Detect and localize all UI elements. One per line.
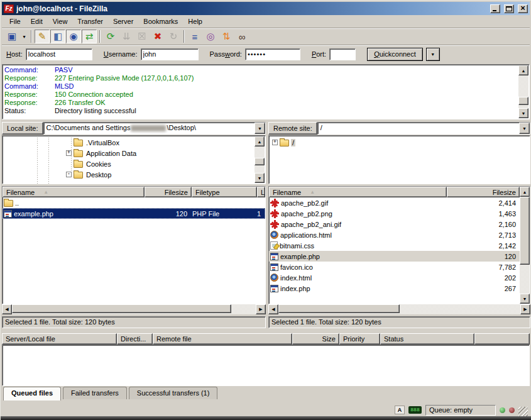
toolbar-button[interactable]: ▣ [4, 30, 19, 43]
tree-expander[interactable]: + [66, 150, 72, 156]
scrollbar-thumb[interactable] [12, 304, 231, 313]
toolbar-button[interactable]: ∞ [234, 30, 249, 43]
scroll-right-icon[interactable]: ▶ [520, 304, 530, 314]
toolbar-button[interactable]: ◎ [203, 30, 218, 43]
column-header-remote-file[interactable]: Remote file [153, 333, 292, 345]
remote-path-combo[interactable]: / ▼ [317, 122, 530, 135]
toolbar-button[interactable] [99, 30, 101, 43]
tab-queued-files[interactable]: Queued files [3, 387, 61, 401]
toolbar-button[interactable]: ◉ [66, 30, 81, 43]
file-row[interactable]: example.php 120 PHP File 1 [3, 208, 265, 219]
toolbar-button[interactable]: ⇅ [219, 30, 234, 43]
toolbar-button[interactable]: ◧ [50, 30, 65, 43]
toolbar-button[interactable] [31, 30, 32, 43]
transfer-queue-list[interactable] [2, 345, 530, 386]
scroll-left-icon[interactable]: ◀ [268, 304, 278, 314]
tab-successful-transfers[interactable]: Successful transfers (1) [129, 387, 218, 399]
column-header-lastmodified[interactable]: L [257, 187, 265, 197]
tree-expander[interactable]: - [66, 172, 72, 177]
scroll-up-icon[interactable]: ▲ [518, 65, 528, 75]
toolbar-button[interactable]: ⟳ [103, 30, 118, 43]
column-header-filesize[interactable]: Filesize [145, 187, 192, 197]
resize-grip[interactable] [518, 407, 528, 416]
scroll-up-icon[interactable]: ▲ [255, 136, 265, 146]
column-header-size[interactable]: Size [292, 333, 339, 345]
chevron-down-icon[interactable]: ▼ [519, 123, 530, 134]
file-row[interactable]: .. [3, 197, 265, 208]
toolbar-button[interactable]: ↻ [166, 30, 181, 43]
file-row[interactable]: apache_pb2_ani.gif 2,160 [269, 219, 520, 229]
message-log[interactable]: Command: PASV Response: 227 Entering Pas… [2, 64, 530, 119]
local-directory-tree[interactable]: .VirtualBox + Application Data Cookies - [2, 135, 266, 184]
tree-item[interactable]: + / [269, 137, 530, 148]
toolbar-button[interactable] [183, 30, 185, 43]
local-path-combo[interactable]: C:\Documents and Settings\Desktop\ ▼ [43, 122, 266, 135]
tab-failed-transfers[interactable]: Failed transfers [63, 387, 127, 399]
username-input[interactable] [141, 48, 199, 60]
host-input[interactable] [26, 48, 92, 60]
file-row[interactable]: applications.html 2,713 [269, 229, 520, 240]
menu-item[interactable]: Help [183, 16, 207, 26]
title-bar[interactable]: Fz john@localhost - FileZilla [2, 2, 530, 15]
menu-item[interactable]: File [4, 16, 26, 26]
toolbar-button[interactable]: ✎ [35, 30, 50, 43]
menu-item[interactable]: Transfer [72, 16, 108, 26]
scroll-down-icon[interactable]: ▼ [255, 173, 265, 183]
file-row[interactable]: index.html 202 [269, 272, 520, 283]
toolbar-button[interactable]: ✖ [150, 30, 165, 43]
menu-item[interactable]: Bookmarks [138, 16, 183, 26]
minimize-button[interactable] [490, 4, 500, 13]
local-tree-scrollbar[interactable]: ▲ ▼ [255, 136, 265, 183]
scroll-right-icon[interactable]: ▶ [256, 304, 266, 314]
transfer-type-indicator-icon[interactable]: A [395, 406, 405, 414]
chevron-down-icon[interactable]: ▼ [255, 123, 265, 134]
column-header-filename[interactable]: Filename▲ [269, 187, 447, 197]
tree-item[interactable]: Cookies [3, 158, 265, 169]
file-row[interactable]: bitnami.css 2,142 [269, 240, 520, 251]
quickconnect-button[interactable]: Quickconnect [367, 48, 423, 61]
column-header-filetype[interactable]: Filetype [192, 187, 257, 197]
scrollbar-thumb[interactable] [255, 158, 265, 165]
password-input[interactable] [245, 48, 300, 60]
menu-item[interactable]: Edit [26, 16, 48, 26]
toolbar-button[interactable]: ≡ [187, 30, 202, 43]
menu-item[interactable]: View [48, 16, 73, 26]
scroll-left-icon[interactable]: ◀ [2, 304, 12, 314]
file-row[interactable]: apache_pb2.png 1,463 [269, 208, 520, 219]
menu-item[interactable]: Server [108, 16, 138, 26]
remote-file-list[interactable]: Filename▲ Filesize apache_pb2.gif 2,414 … [268, 186, 530, 304]
scroll-up-icon[interactable]: ▲ [520, 187, 530, 197]
scrollbar-thumb[interactable] [278, 304, 400, 313]
column-header-filename[interactable]: Filename▲ [3, 187, 145, 197]
column-header-server-local-file[interactable]: Server/Local file [2, 333, 117, 345]
remote-list-scrollbar[interactable]: ▲ ▼ [520, 187, 530, 304]
scrollbar-thumb[interactable] [520, 197, 530, 265]
tree-item[interactable]: + Application Data [3, 148, 265, 158]
scroll-down-icon[interactable]: ▼ [520, 294, 530, 304]
tree-item[interactable]: - Desktop [3, 169, 265, 180]
column-header-direction[interactable]: Directi... [117, 333, 153, 345]
toolbar-button[interactable]: ▾ [20, 30, 28, 43]
speed-limit-icon[interactable]: 888 [408, 406, 422, 414]
tree-expander[interactable]: + [272, 140, 278, 145]
maximize-button[interactable] [504, 4, 514, 13]
remote-horizontal-scrollbar[interactable]: ◀ ▶ [268, 304, 530, 314]
quickconnect-dropdown-icon[interactable]: ▼ [426, 48, 440, 61]
toolbar-button[interactable]: ⇊ [119, 30, 134, 43]
file-row[interactable]: index.php 267 [269, 283, 520, 294]
local-horizontal-scrollbar[interactable]: ◀ ▶ [2, 304, 266, 314]
tree-item[interactable]: .VirtualBox [3, 137, 265, 148]
column-header-filesize[interactable]: Filesize [447, 187, 520, 197]
toolbar-button[interactable]: ⇄ [82, 30, 97, 43]
remote-directory-tree[interactable]: + / [268, 135, 530, 184]
local-file-list[interactable]: Filename▲ Filesize Filetype L .. example… [2, 186, 266, 304]
file-row[interactable]: apache_pb2.gif 2,414 [269, 197, 520, 208]
close-button[interactable] [518, 4, 528, 13]
toolbar-button[interactable]: ☒ [134, 30, 150, 43]
file-row[interactable]: example.php 120 [269, 251, 520, 262]
file-row[interactable]: favicon.ico 7,782 [269, 262, 520, 272]
column-header-priority[interactable]: Priority [339, 333, 380, 345]
column-header-status[interactable]: Status [380, 333, 474, 345]
port-input[interactable] [329, 48, 356, 60]
scrollbar-thumb[interactable] [518, 97, 528, 105]
